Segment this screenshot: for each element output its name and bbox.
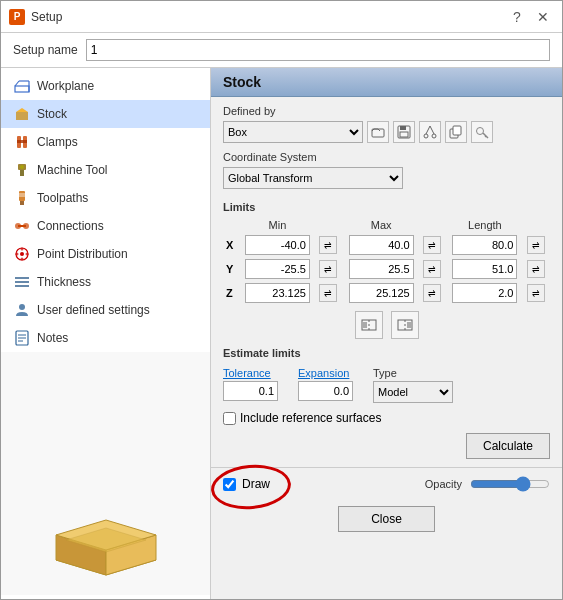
setup-window: P Setup ? ✕ Setup name [0,0,563,600]
z-min-input[interactable] [245,283,310,303]
y-min-copy[interactable]: ⇌ [319,260,337,278]
cut-button[interactable] [419,121,441,143]
opacity-label: Opacity [425,478,462,490]
include-ref-label: Include reference surfaces [240,411,381,425]
sidebar-item-point-distribution[interactable]: Point Distribution [1,240,210,268]
copy-button[interactable] [445,121,467,143]
y-max-input[interactable] [349,259,414,279]
col-min: Min [239,217,317,233]
y-min-input[interactable] [245,259,310,279]
panel-body: Defined by Box Cylinder Mesh STL [211,97,562,467]
point-distribution-icon [13,245,31,263]
user-defined-icon [13,301,31,319]
sidebar-item-toolpaths[interactable]: Toolpaths [1,184,210,212]
sidebar-label-thickness: Thickness [37,275,91,289]
setup-name-bar: Setup name [1,33,562,68]
sidebar-item-connections[interactable]: Connections [1,212,210,240]
tolerance-link[interactable]: Tolerance [223,367,278,379]
sidebar: Workplane Stock [1,68,211,599]
align-left-button[interactable] [355,311,383,339]
svg-rect-25 [15,277,29,279]
stock-icon [13,105,31,123]
col-max: Max [342,217,420,233]
sidebar-item-clamps[interactable]: Clamps [1,128,210,156]
sidebar-item-user-defined[interactable]: User defined settings [1,296,210,324]
sidebar-item-machine-tool[interactable]: Machine Tool [1,156,210,184]
axis-x: X [223,233,239,257]
tolerance-input[interactable] [223,381,278,401]
main-content: Workplane Stock [1,68,562,599]
sidebar-label-workplane: Workplane [37,79,94,93]
save-button[interactable] [393,121,415,143]
workplane-icon [13,77,31,95]
x-max-copy[interactable]: ⇌ [423,236,441,254]
open-file-button[interactable] [367,121,389,143]
expansion-col: Expansion [298,367,353,401]
defined-by-icons [367,121,493,143]
x-length-input[interactable] [452,235,517,255]
thickness-icon [13,273,31,291]
svg-point-43 [432,134,436,138]
limits-row-x: X ⇌ ⇌ ⇌ [223,233,550,257]
draw-label: Draw [242,477,270,491]
sidebar-label-stock: Stock [37,107,67,121]
type-col: Type Model Fixture Stock [373,367,453,403]
expansion-link[interactable]: Expansion [298,367,353,379]
clamps-icon [13,133,31,151]
x-min-copy[interactable]: ⇌ [319,236,337,254]
setup-name-input[interactable] [86,39,550,61]
x-min-input[interactable] [245,235,310,255]
svg-rect-56 [407,322,412,328]
y-max-copy[interactable]: ⇌ [423,260,441,278]
z-max-copy[interactable]: ⇌ [423,284,441,302]
svg-marker-5 [16,108,28,112]
type-label: Type [373,367,453,379]
help-button[interactable]: ? [506,6,528,28]
close-button[interactable]: Close [338,506,435,532]
limits-label: Limits [223,201,550,213]
limits-row-y: Y ⇌ ⇌ ⇌ [223,257,550,281]
svg-rect-26 [15,281,29,283]
defined-by-select[interactable]: Box Cylinder Mesh STL [223,121,363,143]
coord-system-select[interactable]: Global Transform Local Transform [223,167,403,189]
y-length-copy[interactable]: ⇌ [527,260,545,278]
z-length-input[interactable] [452,283,517,303]
sidebar-item-workplane[interactable]: Workplane [1,72,210,100]
x-length-copy[interactable]: ⇌ [527,236,545,254]
sidebar-label-point-distribution: Point Distribution [37,247,128,261]
sidebar-label-notes: Notes [37,331,68,345]
sidebar-item-notes[interactable]: Notes [1,324,210,352]
align-right-button[interactable] [391,311,419,339]
close-btn-bar: Close [211,500,562,540]
sidebar-item-thickness[interactable]: Thickness [1,268,210,296]
svg-point-28 [19,304,25,310]
svg-point-48 [477,128,484,135]
window-title: Setup [31,10,62,24]
svg-point-23 [21,248,24,251]
svg-point-21 [16,253,19,256]
defined-by-group: Defined by Box Cylinder Mesh STL [223,105,550,143]
sidebar-item-stock[interactable]: Stock [1,100,210,128]
key-button[interactable] [471,121,493,143]
svg-point-24 [21,258,24,261]
defined-by-row: Box Cylinder Mesh STL [223,121,550,143]
include-ref-checkbox[interactable] [223,412,236,425]
z-min-copy[interactable]: ⇌ [319,284,337,302]
type-select[interactable]: Model Fixture Stock [373,381,453,403]
z-length-copy[interactable]: ⇌ [527,284,545,302]
calculate-button[interactable]: Calculate [466,433,550,459]
svg-line-44 [426,126,430,134]
svg-rect-41 [400,132,408,137]
opacity-slider[interactable] [470,476,550,492]
x-max-input[interactable] [349,235,414,255]
limits-group: Limits Min Max Length [223,197,550,339]
draw-checkbox[interactable] [223,478,236,491]
expansion-input[interactable] [298,381,353,401]
close-window-button[interactable]: ✕ [532,6,554,28]
toolpaths-icon [13,189,31,207]
svg-line-50 [485,136,486,137]
opacity-section: Opacity [425,476,550,492]
box-preview-svg [41,505,171,585]
z-max-input[interactable] [349,283,414,303]
y-length-input[interactable] [452,259,517,279]
